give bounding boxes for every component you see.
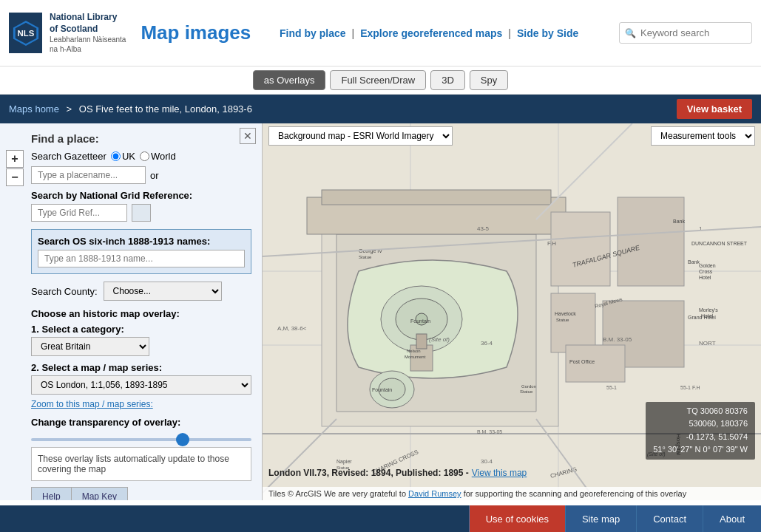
overlay-label: Choose an historic map overlay: bbox=[31, 308, 251, 319]
fullscreen-draw-btn[interactable]: Full Screen/Draw bbox=[330, 70, 426, 90]
breadcrumb-bar: Maps home > OS Five feet to the mile, Lo… bbox=[0, 95, 761, 123]
close-panel-btn[interactable]: ✕ bbox=[240, 128, 256, 144]
breadcrumb-current: OS Five feet to the mile, London, 1893-6 bbox=[79, 103, 252, 115]
svg-text:Fountain: Fountain bbox=[372, 387, 392, 392]
maps-home-link[interactable]: Maps home bbox=[9, 103, 59, 115]
map-area: TRAFALGAR SQUARE Royal Mews Fountain Fou… bbox=[263, 123, 761, 500]
find-by-place-link[interactable]: Find by place bbox=[280, 27, 345, 39]
view-buttons-row: as Overlays Full Screen/Draw 3D Spy bbox=[0, 66, 761, 95]
search-icon: 🔍 bbox=[625, 28, 636, 38]
tiles-text2: for supporting the scanning and georefer… bbox=[464, 489, 686, 498]
about-btn[interactable]: About bbox=[703, 505, 761, 532]
org-name: National Libraryof Scotland bbox=[50, 12, 126, 35]
county-select[interactable]: Choose... Bedfordshire London bbox=[104, 282, 222, 301]
cookies-btn[interactable]: Use of cookies bbox=[469, 505, 565, 532]
cat-label: 1. Select a category: bbox=[31, 324, 251, 335]
svg-text:Cross: Cross bbox=[699, 269, 713, 274]
svg-text:Bank: Bank bbox=[688, 259, 700, 265]
panel-inner: Find a place: Search Gazetteer UK World … bbox=[31, 132, 251, 500]
radio-uk[interactable] bbox=[111, 151, 121, 161]
os-search-input[interactable] bbox=[38, 250, 245, 267]
bg-map-select[interactable]: Background map - ESRI World Imagery Back… bbox=[268, 126, 453, 146]
tiles-text: Tiles © ArcGIS We are very grateful to bbox=[268, 489, 406, 498]
county-row: Search County: Choose... Bedfordshire Lo… bbox=[31, 282, 251, 301]
spy-view-btn[interactable]: Spy bbox=[470, 70, 508, 90]
map-series-label: 2. Select a map / map series: bbox=[31, 362, 251, 373]
svg-rect-20 bbox=[551, 293, 595, 352]
svg-text:55-1 F.H: 55-1 F.H bbox=[680, 385, 700, 390]
search-icon-wrap: 🔍 bbox=[619, 22, 752, 44]
svg-text:55-1: 55-1 bbox=[606, 385, 617, 390]
explore-link[interactable]: Explore georeferenced maps bbox=[360, 27, 502, 39]
help-tab-btn[interactable]: Help bbox=[31, 487, 72, 500]
radio-world-label[interactable]: World bbox=[140, 151, 176, 162]
search-gaz-row: Search Gazetteer UK World bbox=[31, 151, 251, 162]
transparency-label: Change transparency of overlay: bbox=[31, 417, 251, 428]
breadcrumb-sep: > bbox=[67, 103, 75, 115]
svg-text:Fountain: Fountain bbox=[410, 318, 430, 324]
main-content: + − ✕ Find a place: Search Gazetteer UK … bbox=[0, 123, 761, 500]
overlay-view-btn[interactable]: as Overlays bbox=[253, 70, 326, 90]
svg-text:Statue: Statue bbox=[520, 389, 533, 394]
3d-view-btn[interactable]: 3D bbox=[430, 70, 465, 90]
or-label: or bbox=[150, 170, 159, 181]
zoom-link[interactable]: Zoom to this map / map series: bbox=[31, 399, 251, 409]
header: NLS National Libraryof Scotland Leabharl… bbox=[0, 0, 761, 66]
zoom-in-btn[interactable]: + bbox=[6, 150, 24, 168]
transparency-slider[interactable] bbox=[31, 438, 251, 441]
footer: Use of cookies Site map Contact About bbox=[0, 505, 761, 532]
svg-text:B.M. 33-05: B.M. 33-05 bbox=[477, 429, 502, 434]
find-place-label: Find a place: bbox=[31, 132, 251, 145]
david-rumsey-link[interactable]: David Rumsey bbox=[408, 489, 461, 498]
map-images-title: Map images bbox=[141, 22, 251, 44]
overlay-section: Choose an historic map overlay: 1. Selec… bbox=[31, 308, 251, 481]
svg-text:(Site of): (Site of) bbox=[429, 336, 450, 343]
svg-text:F.H: F.H bbox=[547, 240, 556, 247]
bottom-tabs: Help Map Key bbox=[31, 487, 251, 500]
nls-logo-icon: NLS bbox=[12, 19, 40, 47]
side-by-side-link[interactable]: Side by Side bbox=[517, 27, 578, 39]
measurement-select[interactable]: Measurement tools Distance Area bbox=[651, 126, 755, 146]
map-info-text: London VII.73, Revised: 1894, Published:… bbox=[268, 468, 469, 478]
easting-coord: 530060, 180376 bbox=[653, 417, 748, 431]
overlay-note: These overlay lists automatically update… bbox=[31, 447, 251, 481]
coords-box: TQ 30060 80376 530060, 180376 -0.1273, 5… bbox=[646, 402, 755, 460]
view-this-map-link[interactable]: View this map bbox=[472, 468, 527, 478]
svg-text:36-4: 36-4 bbox=[481, 340, 493, 347]
svg-text:DUNCANNON STREET: DUNCANNON STREET bbox=[691, 241, 748, 246]
org-name-gaelic: Leabharlann Nàiseantana h-Alba bbox=[50, 35, 126, 54]
svg-text:A,M, 38-6<: A,M, 38-6< bbox=[277, 325, 307, 332]
category-select[interactable]: Great Britain Ireland England Scotland W… bbox=[31, 337, 149, 356]
svg-rect-17 bbox=[322, 190, 551, 205]
map-top-bar: Background map - ESRI World Imagery Back… bbox=[263, 123, 761, 149]
keyword-search-input[interactable] bbox=[619, 22, 752, 44]
zoom-out-btn[interactable]: − bbox=[6, 168, 24, 186]
breadcrumb: Maps home > OS Five feet to the mile, Lo… bbox=[9, 103, 252, 115]
svg-text:NORT: NORT bbox=[699, 340, 716, 347]
radio-uk-label[interactable]: UK bbox=[111, 151, 135, 162]
os-search-box: Search OS six-inch 1888-1913 names: bbox=[31, 229, 251, 274]
map-key-tab-btn[interactable]: Map Key bbox=[72, 487, 128, 500]
svg-text:Napier: Napier bbox=[336, 459, 352, 465]
contact-btn[interactable]: Contact bbox=[636, 505, 703, 532]
svg-rect-18 bbox=[551, 212, 610, 286]
nav-sep1: | bbox=[352, 27, 355, 39]
svg-text:Golden: Golden bbox=[699, 263, 716, 268]
radio-world[interactable] bbox=[140, 151, 149, 161]
grid-ref-go-btn[interactable] bbox=[132, 204, 151, 222]
map-series-select[interactable]: OS London, 1:1,056, 1893-1895 OS London,… bbox=[31, 375, 251, 395]
svg-text:Hotel: Hotel bbox=[701, 313, 714, 318]
site-map-btn[interactable]: Site map bbox=[565, 505, 636, 532]
svg-text:30-4: 30-4 bbox=[481, 458, 493, 465]
svg-text:Bank: Bank bbox=[673, 219, 685, 224]
svg-text:Monument: Monument bbox=[405, 355, 426, 359]
grid-ref-row bbox=[31, 204, 251, 222]
svg-rect-15 bbox=[416, 334, 427, 349]
nav-links: Find by place | Explore georeferenced ma… bbox=[251, 27, 607, 39]
org-name-text: National Libraryof Scotland Leabharlann … bbox=[50, 12, 126, 54]
svg-text:B.M. 33-05: B.M. 33-05 bbox=[603, 336, 632, 343]
grid-ref-input[interactable] bbox=[31, 204, 127, 222]
placename-input[interactable] bbox=[31, 166, 146, 184]
svg-text:43-5: 43-5 bbox=[477, 225, 490, 232]
view-basket-btn[interactable]: View basket bbox=[677, 99, 752, 119]
